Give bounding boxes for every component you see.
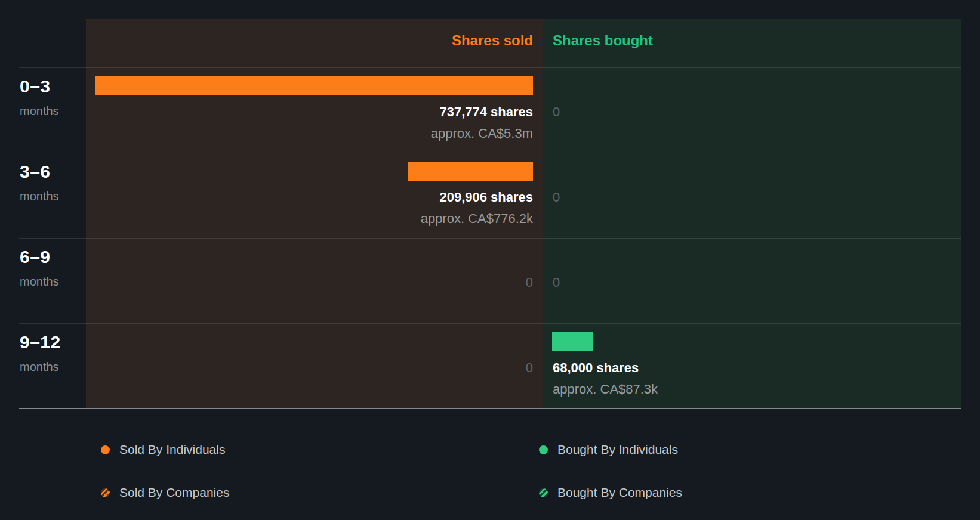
sold-individuals-dot-icon	[101, 445, 110, 454]
bought-bar[interactable]	[552, 332, 593, 351]
shares-sold-header: Shares sold	[452, 32, 533, 49]
bought-shares-value: 0	[553, 188, 560, 206]
bought-values: 0	[553, 103, 560, 125]
bought-values: 68,000 shares approx. CA$87.3k	[553, 359, 658, 398]
shares-bought-header: Shares bought	[553, 32, 653, 49]
chart-row-3-6-months: 3–6 months 209,906 shares approx. CA$776…	[0, 153, 980, 238]
legend-label: Sold By Individuals	[119, 442, 225, 457]
sold-bar[interactable]	[408, 162, 533, 181]
bought-companies-hatched-dot-icon	[539, 488, 548, 497]
chart-row-9-12-months: 9–12 months 0 68,000 shares approx. CA$8…	[0, 323, 980, 408]
bought-shares-value: 68,000 shares	[553, 359, 658, 377]
period-unit: months	[20, 104, 59, 118]
legend-item-sold-by-individuals: Sold By Individuals	[101, 442, 225, 457]
chart-row-6-9-months: 6–9 months 0 0	[0, 238, 980, 323]
sold-shares-value: 737,774 shares	[431, 103, 533, 121]
bought-values: 0	[553, 188, 560, 210]
sold-bar[interactable]	[95, 76, 533, 95]
legend-item-bought-by-individuals: Bought By Individuals	[539, 442, 678, 457]
legend-label: Sold By Companies	[119, 485, 229, 500]
sold-shares-value: 0	[526, 274, 533, 292]
period-unit: months	[20, 189, 59, 203]
bought-approx-value: approx. CA$87.3k	[553, 380, 658, 398]
legend-item-bought-by-companies: Bought By Companies	[539, 485, 682, 500]
chart-row-0-3-months: 0–3 months 737,774 shares approx. CA$5.3…	[0, 67, 980, 153]
sold-values: 737,774 shares approx. CA$5.3m	[431, 103, 533, 143]
legend-label: Bought By Companies	[557, 485, 682, 500]
legend-item-sold-by-companies: Sold By Companies	[101, 485, 229, 500]
sold-approx-value: approx. CA$5.3m	[431, 125, 533, 143]
period-label: 3–6	[20, 162, 51, 181]
sold-shares-value: 0	[526, 359, 533, 377]
sold-values: 0	[526, 359, 533, 380]
bought-shares-value: 0	[553, 274, 560, 292]
period-unit: months	[20, 274, 59, 289]
period-label: 0–3	[20, 77, 51, 96]
period-unit: months	[20, 360, 59, 374]
bought-values: 0	[553, 274, 560, 295]
sold-values: 209,906 shares approx. CA$776.2k	[421, 188, 533, 228]
sold-values: 0	[526, 274, 533, 295]
sold-shares-value: 209,906 shares	[421, 188, 533, 206]
sold-approx-value: approx. CA$776.2k	[421, 210, 533, 228]
sold-companies-hatched-dot-icon	[101, 488, 110, 497]
period-label: 6–9	[20, 247, 51, 267]
insider-trading-chart: Shares sold Shares bought 0–3 months 737…	[0, 0, 980, 520]
bought-shares-value: 0	[553, 103, 560, 121]
period-label: 9–12	[20, 333, 61, 352]
legend-label: Bought By Individuals	[557, 442, 678, 457]
bought-individuals-dot-icon	[539, 445, 548, 454]
